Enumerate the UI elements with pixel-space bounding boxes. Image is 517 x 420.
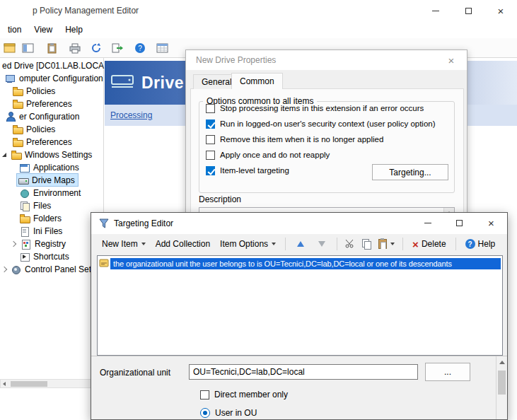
move-down-button[interactable]	[311, 239, 332, 249]
targeting-close-button[interactable]: ×	[475, 213, 507, 233]
paste-button[interactable]	[375, 237, 398, 251]
user-icon	[6, 112, 16, 122]
delete-button[interactable]: ×Delete	[407, 236, 451, 252]
tree-item-applications[interactable]: Applications	[0, 161, 103, 174]
expand-arrow-icon[interactable]	[2, 153, 6, 157]
run-in-user-context-checkbox[interactable]	[206, 119, 215, 129]
user-in-ou-row: User in OU	[200, 407, 257, 419]
close-icon: ×	[448, 54, 455, 66]
tree-item-shortcuts[interactable]: Shortcuts	[0, 250, 103, 263]
direct-member-checkbox[interactable]	[200, 390, 209, 399]
properties-close-button[interactable]: ×	[436, 50, 467, 70]
properties-titlebar: New Drive Properties ×	[186, 50, 467, 70]
scroll-left-icon[interactable]	[3, 382, 6, 386]
apply-once-checkbox[interactable]	[206, 151, 215, 160]
maximize-icon	[456, 220, 463, 226]
cut-icon	[345, 238, 355, 250]
collapse-arrow-icon[interactable]	[1, 267, 7, 272]
shortcut-icon	[20, 252, 30, 262]
svg-text:?: ?	[138, 45, 142, 52]
scrollbar-thumb[interactable]	[498, 371, 506, 395]
folder-icon	[13, 99, 23, 109]
item-details-panel: Organizational unit ... Direct member on…	[91, 356, 507, 419]
copy-button[interactable]	[359, 237, 375, 251]
tree-item-control-panel-settings[interactable]: Control Panel Sett	[0, 263, 103, 276]
checkbox-label: Stop processing items in this extension …	[220, 104, 424, 112]
chevron-down-icon	[390, 243, 395, 245]
organizational-unit-input[interactable]	[189, 364, 418, 380]
tree-item-user-configuration[interactable]: er Configuration	[0, 110, 103, 123]
scroll-up-icon[interactable]	[499, 361, 505, 364]
scrollbar-thumb[interactable]	[11, 381, 47, 387]
processing-link[interactable]: Processing	[110, 110, 152, 120]
targeting-minimize-button[interactable]	[412, 213, 443, 233]
checkbox-label: Run in logged-on user's security context…	[220, 119, 436, 128]
item-level-targeting-checkbox[interactable]	[206, 166, 215, 175]
tree-item-environment[interactable]: Environment	[0, 187, 103, 199]
stop-processing-checkbox[interactable]	[206, 104, 215, 113]
targeting-list-item[interactable]: the organizational unit the user belongs…	[99, 257, 501, 270]
tree-item-ini-files[interactable]: Ini Files	[0, 225, 103, 238]
targeting-button[interactable]: Targeting...	[372, 164, 448, 180]
collapse-arrow-icon[interactable]	[11, 241, 16, 247]
tree-horizontal-scrollbar[interactable]	[0, 379, 103, 388]
refresh-icon[interactable]	[88, 40, 105, 56]
move-up-button[interactable]	[290, 239, 311, 249]
clipboard-icon[interactable]	[44, 40, 61, 56]
applications-icon	[20, 163, 30, 173]
tree-item-computer-policies[interactable]: Policies	[0, 85, 103, 98]
tree-item-files[interactable]: Files	[0, 199, 103, 212]
folder-icon	[13, 86, 23, 96]
drive-banner-icon	[110, 71, 136, 95]
description-label: Description	[199, 194, 241, 204]
add-collection-button[interactable]: Add Collection	[151, 236, 215, 252]
tree-item-registry[interactable]: Registry	[0, 238, 103, 250]
close-button[interactable]: ×	[484, 0, 517, 21]
close-icon: ×	[488, 218, 494, 228]
tree-item-windows-settings[interactable]: Windows Settings	[0, 148, 103, 161]
browse-ou-button[interactable]: ...	[425, 363, 470, 381]
registry-icon	[21, 239, 32, 249]
checkbox-row-item-level-targeting: Item-level targeting	[206, 164, 289, 177]
help-icon[interactable]: ?	[132, 40, 149, 56]
chevron-down-icon	[272, 243, 276, 245]
show-hide-tree-icon[interactable]	[20, 40, 37, 56]
minimize-icon	[432, 11, 439, 11]
item-options-button[interactable]: Item Options	[215, 236, 281, 252]
print-icon[interactable]	[66, 40, 83, 56]
computer-icon	[6, 74, 16, 83]
user-in-ou-label: User in OU	[215, 408, 257, 418]
folder-icon	[11, 150, 22, 160]
tree-item-mapped-drive-root[interactable]: ed Drive [DC01.LAB.LOCA	[0, 59, 103, 72]
maximize-button[interactable]	[452, 0, 484, 21]
tree-item-user-preferences[interactable]: Preferences	[0, 136, 103, 148]
user-in-ou-radio[interactable]	[200, 408, 210, 418]
minimize-button[interactable]	[419, 0, 452, 21]
tree-item-user-policies[interactable]: Policies	[0, 123, 103, 136]
chevron-down-icon	[141, 243, 146, 245]
console-icon[interactable]	[1, 40, 18, 56]
new-item-button[interactable]: New Item	[97, 236, 151, 252]
tree-item-computer-configuration[interactable]: omputer Configuration	[0, 72, 103, 85]
targeting-maximize-button[interactable]	[443, 213, 475, 233]
list-view-icon[interactable]	[154, 40, 171, 56]
details-scrollbar[interactable]	[496, 356, 507, 419]
tree-item-computer-preferences[interactable]: Preferences	[0, 98, 103, 110]
remove-item-checkbox[interactable]	[206, 135, 215, 144]
toolbar-separator	[285, 238, 286, 250]
folder-icon	[13, 137, 23, 147]
export-list-icon[interactable]	[109, 40, 126, 56]
cut-button[interactable]	[342, 236, 359, 252]
drive-maps-icon	[18, 175, 29, 185]
menu-action[interactable]: tion	[1, 23, 28, 37]
tree-item-drive-maps[interactable]: Drive Maps	[0, 174, 103, 187]
move-down-icon	[318, 241, 325, 247]
tab-common[interactable]: Common	[231, 73, 283, 89]
menu-help[interactable]: Help	[59, 23, 89, 37]
help-button[interactable]: ?Help	[460, 236, 501, 252]
checkbox-row-stop-processing: Stop processing items in this extension …	[206, 102, 424, 115]
targeting-items-list[interactable]: the organizational unit the user belongs…	[97, 255, 503, 356]
ou-item-icon	[99, 258, 109, 270]
menu-view[interactable]: View	[28, 23, 59, 37]
tree-item-folders[interactable]: Folders	[0, 212, 103, 225]
